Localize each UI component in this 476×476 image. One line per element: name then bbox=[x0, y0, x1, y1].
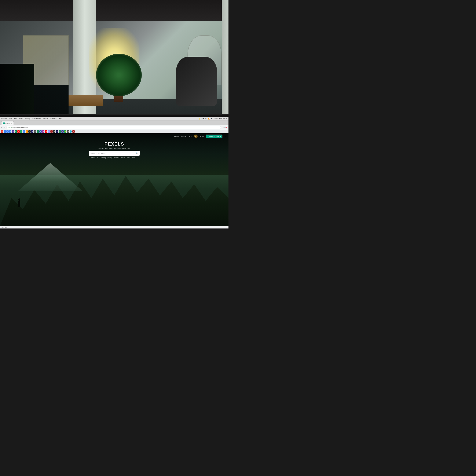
ext-13[interactable]: ⬆ bbox=[39, 130, 42, 133]
secure-icon: Secure bbox=[8, 127, 12, 128]
browser-status-bar: Searches bbox=[0, 226, 228, 228]
ext-6[interactable]: E bbox=[20, 130, 22, 133]
menu-bookmarks[interactable]: Bookmarks bbox=[32, 118, 41, 119]
menu-people[interactable]: People bbox=[43, 118, 48, 119]
search-placeholder: Search for free photos... bbox=[91, 153, 135, 154]
nav-forward-btn[interactable]: › bbox=[3, 126, 3, 128]
tag-training[interactable]: training bbox=[101, 157, 106, 158]
pexels-hero-bg: Browse License Tools D Daniel Contribute… bbox=[0, 133, 228, 226]
menu-view[interactable]: View bbox=[19, 118, 23, 119]
ext-cal2[interactable]: 16 bbox=[9, 130, 11, 133]
ext-5[interactable]: ▶ bbox=[17, 130, 20, 133]
address-input[interactable]: Secure https://www.pexels.com bbox=[6, 126, 221, 129]
nav-refresh-btn[interactable]: ↻ bbox=[4, 126, 5, 128]
pinterest-icon[interactable]: P bbox=[226, 126, 227, 128]
ext-gdrive[interactable]: ▲ bbox=[4, 130, 6, 133]
laptop-monitor: Chrome File Edit View History Bookmarks … bbox=[0, 114, 228, 228]
ext-11[interactable]: M bbox=[34, 130, 36, 133]
menu-window[interactable]: Window bbox=[50, 118, 56, 119]
user-initial: D bbox=[195, 136, 196, 137]
ext-circle[interactable]: ◉ bbox=[70, 130, 72, 133]
learn-more-link[interactable]: Learn more bbox=[122, 147, 130, 149]
person-head bbox=[18, 198, 20, 201]
browser-window: Chrome File Edit View History Bookmarks … bbox=[0, 117, 228, 228]
ext-17[interactable]: M bbox=[56, 130, 58, 133]
tag-more[interactable]: more → bbox=[132, 157, 137, 158]
nav-more-btn[interactable]: ... bbox=[225, 135, 226, 137]
ext-14[interactable]: ◆ bbox=[42, 130, 44, 133]
nav-license[interactable]: License bbox=[181, 136, 186, 137]
tab-favicon bbox=[3, 122, 5, 124]
system-icons: 🔒⬡◆GS 📶🔊 bbox=[199, 118, 213, 119]
search-tags: house blur training vintage meeting phon… bbox=[91, 157, 137, 158]
ext-16[interactable]: M bbox=[53, 130, 55, 133]
ext-cal1[interactable]: 20 bbox=[6, 130, 9, 133]
ext-12[interactable]: ● bbox=[37, 130, 39, 133]
ext-4[interactable]: D bbox=[15, 130, 17, 133]
tab-close-icon[interactable]: ✕ bbox=[11, 122, 12, 124]
ext-8[interactable]: ⚙ bbox=[26, 130, 28, 133]
ext-gear2[interactable]: ⚙ bbox=[67, 130, 69, 133]
ext-10[interactable]: M bbox=[31, 130, 34, 133]
browser-addressbar: ‹ › ↻ Secure https://www.pexels.com ☆ ◉ … bbox=[0, 125, 228, 130]
browser-tabbar: Pexels ✕ bbox=[0, 120, 228, 125]
system-time: Wed 16:15 bbox=[219, 118, 227, 119]
menu-history[interactable]: History bbox=[25, 118, 30, 119]
hero-content: PEXELS Best free stock photos in one pla… bbox=[0, 139, 228, 161]
office-chair-right bbox=[176, 57, 217, 106]
person-body bbox=[18, 201, 20, 207]
contribute-photos-button[interactable]: Contribute Photos bbox=[206, 135, 222, 138]
ext-adobe2[interactable]: Ps bbox=[48, 130, 50, 133]
user-avatar[interactable]: D bbox=[194, 135, 198, 138]
pexels-logo: PEXELS bbox=[104, 141, 124, 147]
ext-close[interactable]: ✕ bbox=[72, 130, 75, 133]
plant-leaves bbox=[96, 54, 142, 96]
status-text: Searches bbox=[1, 227, 7, 228]
user-name[interactable]: Daniel bbox=[200, 136, 204, 137]
tag-blur[interactable]: blur bbox=[97, 157, 100, 158]
tag-house[interactable]: house bbox=[91, 157, 95, 158]
browser-tab-pexels[interactable]: Pexels ✕ bbox=[1, 121, 14, 125]
ext-15[interactable]: P bbox=[50, 130, 53, 133]
extensions-row: M ▲ 20 16 ◉ D ▶ E G ⚙ M M M ● ⬆ ◆ Ai bbox=[0, 130, 228, 133]
bookmark-area: ☆ ◉ P bbox=[222, 126, 227, 128]
ext-3[interactable]: ◉ bbox=[12, 130, 14, 133]
browser-menubar: Chrome File Edit View History Bookmarks … bbox=[0, 117, 228, 120]
tag-wood[interactable]: wood bbox=[127, 157, 131, 158]
hero-subtitle: Best free stock photos in one place. Lea… bbox=[99, 147, 130, 149]
nav-tools[interactable]: Tools bbox=[188, 136, 192, 137]
tag-meeting[interactable]: meeting bbox=[114, 157, 119, 158]
address-url: https://www.pexels.com bbox=[13, 127, 28, 128]
ext-adobe[interactable]: Ai bbox=[45, 130, 47, 133]
profile-icon[interactable]: ◉ bbox=[224, 126, 226, 128]
hero-person bbox=[18, 198, 20, 207]
search-bar[interactable]: Search for free photos... 🔍 bbox=[89, 151, 140, 156]
ext-9[interactable]: M bbox=[28, 130, 31, 133]
search-icon[interactable]: 🔍 bbox=[136, 152, 138, 154]
menu-file[interactable]: File bbox=[9, 118, 12, 119]
ext-7[interactable]: G bbox=[23, 130, 25, 133]
tag-vintage[interactable]: vintage bbox=[108, 157, 113, 158]
menu-chrome[interactable]: Chrome bbox=[1, 118, 7, 119]
photo-frame: Chrome File Edit View History Bookmarks … bbox=[0, 0, 228, 228]
tag-phone[interactable]: phone bbox=[121, 157, 125, 158]
ext-gmail[interactable]: M bbox=[1, 130, 3, 133]
ext-refresh[interactable]: ↻ bbox=[59, 130, 61, 133]
tab-title: Pexels bbox=[5, 122, 10, 124]
ext-lightning1[interactable]: ⚡ bbox=[61, 130, 64, 133]
pexels-website: Browse License Tools D Daniel Contribute… bbox=[0, 133, 228, 226]
bookmark-icon[interactable]: ☆ bbox=[222, 126, 224, 128]
menu-edit[interactable]: Edit bbox=[14, 118, 17, 119]
battery-label: 100% bbox=[214, 118, 218, 119]
ext-lightning2[interactable]: ⚡ bbox=[64, 130, 67, 133]
pexels-navbar: Browse License Tools D Daniel Contribute… bbox=[0, 133, 228, 139]
menu-help[interactable]: Help bbox=[59, 118, 62, 119]
nav-browse[interactable]: Browse bbox=[174, 136, 179, 137]
nav-back-btn[interactable]: ‹ bbox=[1, 126, 2, 128]
laptop-screen: Chrome File Edit View History Bookmarks … bbox=[0, 117, 228, 228]
